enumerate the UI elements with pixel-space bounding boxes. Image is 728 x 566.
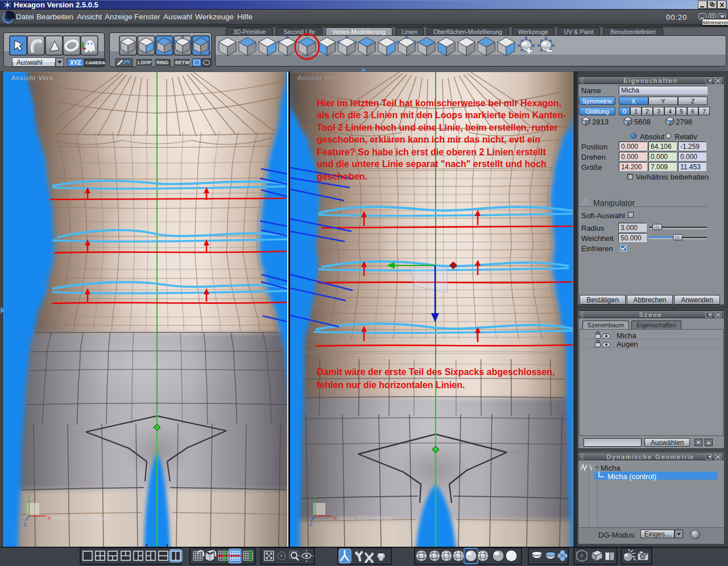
svg-text:XYZ: XYZ <box>70 60 81 66</box>
svg-text:X: X <box>333 515 337 521</box>
svg-text:als ich die 3 Linien mit den L: als ich die 3 Linien mit den Loops marki… <box>317 110 566 120</box>
svg-text:Y: Y <box>313 495 317 500</box>
svg-text:X: X <box>47 515 51 521</box>
svg-text:und die untere Linie separat ": und die untere Linie separat "nach" erst… <box>317 159 547 169</box>
svg-text:geschoben, erklären kann ich m: geschoben, erklären kann ich mir das nic… <box>317 135 540 144</box>
svg-text:BETW: BETW <box>175 60 190 65</box>
svg-text:Hier im letzten Teil hat komis: Hier im letzten Teil hat komischerweise … <box>317 98 561 108</box>
svg-text:micha-0016-mitBrust *: micha-0016-mitBrust * <box>339 515 395 521</box>
svg-text:Z: Z <box>23 522 27 527</box>
svg-text:CAMERA: CAMERA <box>85 60 105 65</box>
svg-text:RING: RING <box>156 60 169 65</box>
svg-text:Feature? So habe ich erst die: Feature? So habe ich erst die oberen 2 L… <box>317 147 546 157</box>
svg-text:Tool 2 Linien hoch und eine Li: Tool 2 Linien hoch und eine Linie, beim … <box>317 123 558 132</box>
svg-text:micha-0016-mitBrust *: micha-0016-mitBrust * <box>53 515 109 521</box>
svg-text:LOOP: LOOP <box>138 60 151 65</box>
svg-text:fehlen nur die horizontalen Li: fehlen nur die horizontalen Linien. <box>317 380 465 390</box>
svg-text:Y: Y <box>27 495 31 500</box>
svg-text:Z: Z <box>309 522 313 527</box>
svg-text:geschoben.: geschoben. <box>317 172 367 181</box>
svg-text:Ansicht Vorn: Ansicht Vorn <box>11 74 53 81</box>
svg-text:Auswahl: Auswahl <box>16 59 42 66</box>
svg-text:Damit wäre der erste Teil des: Damit wäre der erste Teil des Sixpacks a… <box>317 367 555 377</box>
svg-text:Ansicht Vorn: Ansicht Vorn <box>297 74 340 81</box>
